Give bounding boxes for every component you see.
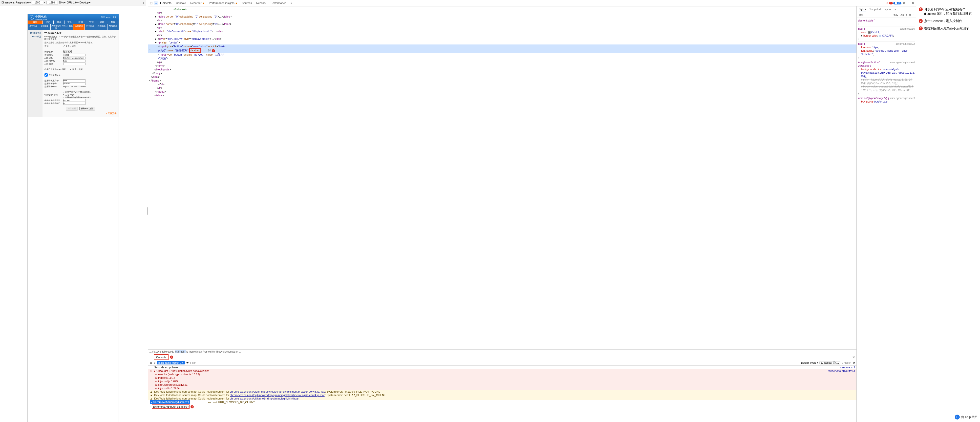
nav2-1[interactable]: 桥接设备 <box>39 24 51 30</box>
nav1-app[interactable]: 应用 <box>75 21 86 24</box>
stab-styles[interactable]: Styles <box>859 6 866 12</box>
inp-connuser[interactable] <box>63 79 86 82</box>
console-context-dropdown[interactable]: mainFrame (tr69cf… ▾ <box>157 361 185 365</box>
drawer-tab-console[interactable]: Console <box>154 354 169 360</box>
stack-line[interactable]: at new La (webcrypto-driver.ts:13:13) <box>148 373 856 376</box>
console-filter-input[interactable] <box>190 361 800 364</box>
el-body-close[interactable]: </body> <box>148 72 856 75</box>
el-bq-close[interactable]: </blockquote> <box>148 68 856 72</box>
tab-perf-insights[interactable]: Performance insights▲ <box>207 0 239 6</box>
el-p-center[interactable]: ▾ <p align="center"> <box>148 41 856 45</box>
rule-input-colors[interactable]: input {colors.css:16 color: #5f5f5f; ▸ b… <box>858 26 915 41</box>
el-td-close[interactable]: </td> <box>148 83 856 86</box>
stack-line[interactable]: at injected.js:1:645 <box>148 379 856 383</box>
rule-ua-inputnot[interactable]: input:not([type="image" i]) {user agent … <box>858 96 915 104</box>
drawer-kebab-icon[interactable]: ⋮ <box>150 355 152 359</box>
error-line[interactable]: ⊗▸ Uncaught Error: SubtleCrypto not avai… <box>148 369 856 373</box>
val-notify[interactable]: ✔ 使用 ○ 启用 <box>63 45 76 48</box>
stab-computed[interactable]: Computed <box>869 6 881 12</box>
mw-opt3[interactable]: ○ 启用中间件 (保留TR069功能) <box>63 96 91 99</box>
elements-tree[interactable]: </table>--> <br> ▸ <table border="0" cel… <box>148 6 856 349</box>
logout-link[interactable]: 退出 <box>113 16 117 19</box>
live-expr-icon[interactable]: 👁 <box>186 361 189 364</box>
mw-opt1[interactable]: ○ 启用中间件 (不使TR069功能) <box>63 91 91 93</box>
rule-ua-disabled[interactable]: input[type="button" i]:disabled {user ag… <box>858 60 915 96</box>
pane-splitter[interactable] <box>146 0 148 422</box>
dimensions-dropdown[interactable]: Dimensions: Responsive ▾ <box>2 1 31 4</box>
el-html-close[interactable]: </html> <box>148 75 856 79</box>
el-table-close[interactable]: </table> <box>148 94 856 97</box>
settings-icon[interactable]: ⚙ <box>902 1 906 5</box>
inp-mwaddr[interactable] <box>63 99 86 102</box>
nav1-security[interactable]: 安全 <box>64 21 75 24</box>
el-iframe-close[interactable]: </iframe> <box>148 79 856 83</box>
bc-trmain[interactable]: tr#trmain <box>175 350 186 353</box>
el-br[interactable]: <br> <box>148 11 856 15</box>
styles-panel-icon[interactable]: ▫ <box>913 14 915 16</box>
styles-filter-input[interactable] <box>858 14 892 16</box>
bc-tbody[interactable]: tbody <box>168 350 174 353</box>
el-save-input-2[interactable]: pply()" value="保存/应用" disabled> == $0 1 <box>148 48 856 53</box>
close-devtools-icon[interactable]: ✕ <box>911 1 915 5</box>
btn-cert[interactable]: 证书导入 <box>63 50 72 53</box>
hov-toggle[interactable]: :hov <box>893 14 899 16</box>
inspect-icon[interactable]: ⬚ <box>149 1 153 5</box>
rule-input-stylemain[interactable]: input {stylemain.css:22 font-size: 12px;… <box>858 41 915 60</box>
issues-chip[interactable]: 10 Issues: 💬10 <box>819 361 840 365</box>
devtools-kebab-icon[interactable]: ⋮ <box>906 1 910 5</box>
bc-more[interactable]: for… <box>235 350 241 353</box>
tab-network[interactable]: Network <box>254 0 268 6</box>
el-tr-close[interactable]: </tr> <box>148 86 856 90</box>
nav2-4[interactable]: 远程管理 <box>73 24 84 30</box>
preview-width-input[interactable] <box>32 1 43 5</box>
el-table[interactable]: ▸ <table border="0" cellpadding="0" cell… <box>148 15 856 19</box>
cls-toggle[interactable]: .cls <box>900 14 904 16</box>
rule-elstyle[interactable]: element.style { } <box>858 18 915 26</box>
bc-ctlayer[interactable]: #ctLayer <box>152 350 162 353</box>
console-output[interactable]: SendMe script heresendme.js:3 ⊗▸ Uncaugh… <box>148 366 856 422</box>
console-sidebar-icon[interactable]: ▤ <box>150 361 152 364</box>
el-br[interactable]: <br> <box>148 33 856 37</box>
save-apply-button[interactable]: 保存/应用 <box>66 107 78 110</box>
el-br[interactable]: <br> <box>148 19 856 22</box>
info-count[interactable]: 💬10 <box>893 2 901 5</box>
el-div-connauth[interactable]: ▸ <div id="divConnAuth" style="display: … <box>148 30 856 33</box>
stab-layout[interactable]: Layout <box>884 6 891 12</box>
inp-mwport[interactable] <box>63 102 86 105</box>
warn-line[interactable]: ▲DevTools failed to load source map: Cou… <box>148 397 856 400</box>
sidebar-loid[interactable]: LOID 设置 <box>28 35 42 38</box>
nav2-5[interactable]: QoS 配置 <box>84 24 96 30</box>
stack-line[interactable]: at sign.foreground.ts:12:21 <box>148 383 856 387</box>
nav2-7[interactable]: 时间管理 <box>107 24 119 30</box>
stack-line[interactable]: at injected.ts:103:64 <box>148 387 856 390</box>
nav2-2[interactable]: LAN 地址设置 <box>51 24 62 30</box>
el-form-close[interactable]: </form> <box>148 64 856 68</box>
bc-td[interactable]: td <box>186 350 188 353</box>
el-tbody-close[interactable]: </tbody> <box>148 90 856 94</box>
inp-acspwd[interactable] <box>63 62 86 65</box>
nav1-network[interactable]: 网络 <box>53 21 64 24</box>
nav2-6[interactable]: 路由配置 <box>96 24 107 30</box>
rule-src-link[interactable]: stylemain.css:22 <box>896 42 915 45</box>
bc-html[interactable]: html <box>212 350 217 353</box>
warn-line[interactable]: ▲DevTools failed to load source map: Cou… <box>148 390 856 393</box>
drawer-close-icon[interactable]: ✕ <box>852 355 855 359</box>
warn-line[interactable]: ▲DevTools failed to load source map: Cou… <box>148 393 856 397</box>
zoom-dropdown[interactable]: 50% ▾ <box>59 1 66 4</box>
tab-more[interactable]: » <box>289 0 294 6</box>
console-clear-icon[interactable]: ⊘ <box>153 361 156 364</box>
tab-recorder[interactable]: Recorder▲ <box>188 0 206 6</box>
nav1-status[interactable]: 状态 <box>43 21 53 24</box>
tab-sources[interactable]: Sources <box>240 0 254 6</box>
error-count-icon[interactable]: ⊗ <box>886 2 889 5</box>
get-rpc-button[interactable]: 获取RPC方法 <box>79 107 95 110</box>
tab-elements[interactable]: Elements <box>158 0 173 6</box>
levels-dropdown[interactable]: Default levels ▾ <box>801 361 818 364</box>
el-comment[interactable]: </table>--> <box>148 7 856 11</box>
bc-body[interactable]: body <box>217 350 223 353</box>
val-soap[interactable]: ✔ 禁用 ○ 使能 <box>70 68 83 71</box>
hidden-count[interactable]: 2 hidden <box>842 361 851 364</box>
console-settings-icon[interactable]: ⚙ <box>853 361 855 364</box>
tab-performance[interactable]: Performance <box>269 0 288 6</box>
rule-src-link[interactable]: colors.css:16 <box>900 27 915 30</box>
